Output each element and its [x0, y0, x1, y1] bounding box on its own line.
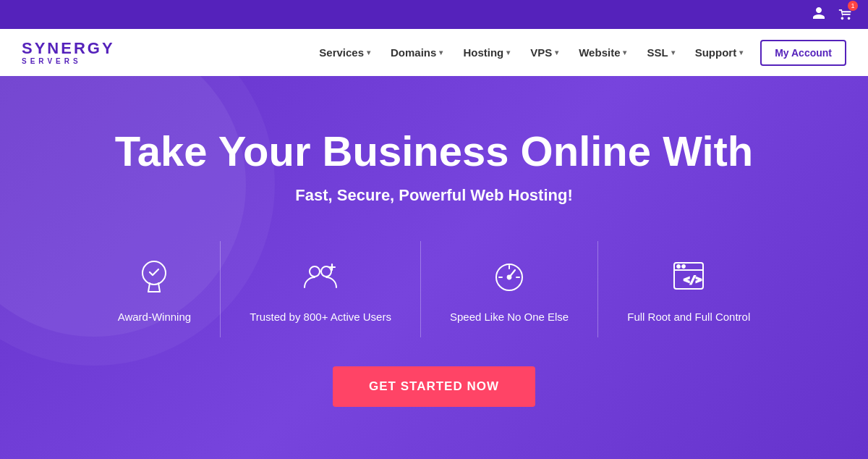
- feature-speed-label: Speed Like No One Else: [450, 311, 569, 323]
- chevron-down-icon: ▾: [506, 49, 510, 56]
- chevron-down-icon: ▾: [739, 49, 743, 56]
- svg-point-17: [682, 265, 685, 268]
- chevron-down-icon: ▾: [671, 49, 675, 56]
- chevron-down-icon: ▾: [555, 49, 558, 56]
- chevron-down-icon: ▾: [623, 49, 626, 56]
- feature-users: Trusted by 800+ Active Users: [221, 241, 421, 337]
- nav-domains[interactable]: Domains ▾: [382, 41, 451, 64]
- svg-point-16: [677, 265, 680, 268]
- nav-links: Services ▾ Domains ▾ Hosting ▾ VPS ▾ Web…: [310, 40, 846, 66]
- nav-vps[interactable]: VPS ▾: [522, 41, 567, 64]
- svg-line-1: [148, 283, 150, 292]
- svg-point-4: [310, 266, 320, 277]
- hero-section: Take Your Business Online With Fast, Sec…: [0, 76, 868, 459]
- nav-support[interactable]: Support ▾: [686, 41, 752, 64]
- hero-subtitle: Fast, Secure, Powerful Web Hosting!: [295, 186, 572, 205]
- feature-award-label: Award-Winning: [118, 311, 191, 323]
- hero-title: Take Your Business Online With: [115, 128, 754, 174]
- feature-control-label: Full Root and Full Control: [627, 311, 750, 323]
- cart-badge: 1: [848, 1, 858, 11]
- svg-point-5: [321, 266, 331, 277]
- features-row: Award-Winning Trusted by 800+ Active Use…: [14, 241, 854, 337]
- top-bar: 1: [0, 0, 868, 29]
- my-account-button[interactable]: My Account: [760, 40, 846, 66]
- feature-speed: Speed Like No One Else: [421, 241, 598, 337]
- navbar: SYNERGY SERVERS Services ▾ Domains ▾ Hos…: [0, 29, 868, 76]
- nav-website[interactable]: Website ▾: [570, 41, 635, 64]
- chevron-down-icon: ▾: [367, 49, 370, 56]
- award-icon: [134, 256, 174, 302]
- users-icon: [300, 256, 341, 302]
- cart-icon[interactable]: 1: [838, 5, 854, 25]
- code-icon: </>: [668, 256, 709, 302]
- feature-control: </> Full Root and Full Control: [598, 241, 779, 337]
- user-icon[interactable]: [812, 6, 826, 24]
- svg-line-2: [158, 283, 160, 292]
- feature-award: Award-Winning: [89, 241, 221, 337]
- feature-users-label: Trusted by 800+ Active Users: [250, 311, 391, 323]
- nav-ssl[interactable]: SSL ▾: [638, 41, 683, 64]
- nav-services[interactable]: Services ▾: [310, 41, 379, 64]
- cta-button[interactable]: GET STARTED NOW: [333, 366, 535, 407]
- chevron-down-icon: ▾: [439, 49, 443, 56]
- logo[interactable]: SYNERGY SERVERS: [22, 41, 115, 65]
- nav-hosting[interactable]: Hosting ▾: [454, 41, 519, 64]
- svg-point-10: [508, 275, 511, 279]
- svg-text:</>: </>: [684, 274, 702, 285]
- logo-servers: SERVERS: [22, 58, 115, 65]
- logo-synergy: SYNERGY: [22, 41, 115, 56]
- speed-icon: [489, 256, 529, 302]
